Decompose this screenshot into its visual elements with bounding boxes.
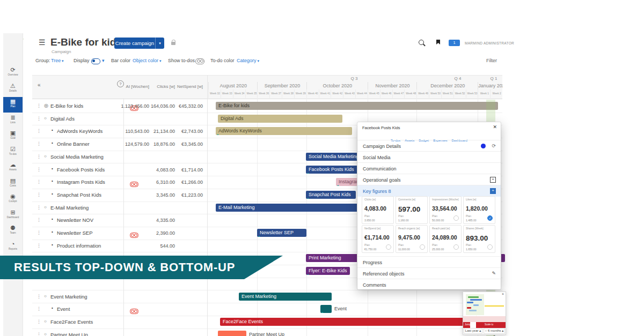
expand-plus-icon[interactable]: + xyxy=(490,188,496,194)
bar-color-select[interactable]: Object color xyxy=(133,58,162,63)
user-name[interactable]: MARMIND ADMINISTRATOR xyxy=(465,41,514,45)
status-check-icon[interactable]: ✓ xyxy=(487,215,493,221)
popup-section-comments[interactable]: Comments xyxy=(357,279,501,290)
notification-badge[interactable]: 1 xyxy=(449,40,460,46)
bar-resize-handle[interactable] xyxy=(306,274,310,275)
sidebar-item-todos[interactable]: ☑To-dos xyxy=(3,145,23,160)
row-drag-handle[interactable]: ⋮ xyxy=(36,103,41,108)
create-campaign-dropdown[interactable]: ▾ xyxy=(155,38,164,49)
sidebar-item-dashboard[interactable]: ⊞Dashboard xyxy=(3,208,23,223)
sidebar-item-cockpit[interactable]: ◉Cockpit xyxy=(3,192,23,207)
row-drag-handle[interactable]: ⋮ xyxy=(36,217,41,222)
row-drag-handle[interactable]: ⋮ xyxy=(36,167,41,172)
gantt-bar[interactable]: Flyer: E-Bike Kids xyxy=(306,267,350,275)
gantt-bar[interactable]: Snapchat Post Kids xyxy=(306,191,356,199)
expand-plus-icon[interactable]: + xyxy=(490,177,496,183)
sidebar-item-costs[interactable]: ▤Costs xyxy=(3,176,23,192)
gantt-bar[interactable]: Newsletter SEP xyxy=(257,229,306,237)
metric-card[interactable]: Clicks [w]4,083.00Plan3,650.00 xyxy=(362,196,394,224)
alert-indicator-icon[interactable] xyxy=(130,180,138,189)
sidebar-item-overview[interactable]: ⟳Overview xyxy=(3,65,23,81)
bar-resize-handle[interactable] xyxy=(306,173,310,174)
row-drag-handle[interactable]: ⋮ xyxy=(36,192,41,197)
filter-button[interactable]: Filter xyxy=(486,58,497,63)
show-todos-toggle[interactable] xyxy=(195,58,204,64)
gantt-bar-label: Event xyxy=(334,305,347,313)
alert-indicator-icon[interactable] xyxy=(130,230,138,240)
popup-section-communication[interactable]: Communication xyxy=(357,162,501,174)
row-drag-handle[interactable]: ⋮ xyxy=(36,205,41,210)
popup-section-referencedobjects[interactable]: Referenced objects✎ xyxy=(357,267,501,279)
row-drag-handle[interactable]: ⋮ xyxy=(36,319,41,324)
gantt-bar[interactable]: E-Bike for kids xyxy=(216,102,498,110)
row-drag-handle[interactable]: ⋮ xyxy=(36,179,41,184)
hamburger-menu-icon[interactable]: ☰ xyxy=(39,38,46,47)
column-header-0[interactable]: AI [Wochen] xyxy=(100,84,149,89)
minimap-close-icon[interactable]: × xyxy=(502,292,504,296)
search-icon[interactable] xyxy=(419,40,424,45)
row-drag-handle[interactable]: ⋮ xyxy=(36,332,41,336)
bar-resize-handle[interactable] xyxy=(336,185,340,186)
sidebar-item-assets[interactable]: ☁Assets xyxy=(3,160,23,176)
metric-card[interactable]: Impressionen [Woche]33,564.00Plan50,000.… xyxy=(429,196,462,224)
sidebar-item-reports[interactable]: ◔Reports xyxy=(3,240,23,255)
status-circle-icon[interactable] xyxy=(453,244,459,250)
gantt-bar[interactable]: Digital Ads xyxy=(218,115,342,123)
collapse-pane-icon[interactable]: « xyxy=(38,82,41,88)
gantt-bar[interactable]: Event Marketing xyxy=(239,293,332,301)
row-drag-handle[interactable]: ⋮ xyxy=(36,243,41,248)
sidebar-item-plan[interactable]: ▦Plan xyxy=(3,97,23,113)
metric-card[interactable]: Reach paid [w]24,089.00Plan25,000.00 xyxy=(429,225,462,253)
display-caret-icon[interactable]: ▾ xyxy=(102,58,105,63)
edit-pencil-icon[interactable]: ✎ xyxy=(492,271,496,276)
table-row[interactable]: ⋮•Event xyxy=(32,303,502,316)
metric-card[interactable]: Likes [w]1,820.00Plan1,485.00✓ xyxy=(463,196,495,224)
bar-resize-handle[interactable] xyxy=(321,312,324,313)
status-circle-icon[interactable] xyxy=(420,244,425,250)
row-drag-handle[interactable]: ⋮ xyxy=(36,141,41,146)
metric-card[interactable]: Shares [Week]893.00Plan1,650.00 xyxy=(463,225,495,253)
status-circle-icon[interactable] xyxy=(487,244,493,250)
row-drag-handle[interactable]: ⋮ xyxy=(36,154,41,159)
todo-color-select[interactable]: Category xyxy=(237,58,259,63)
row-drag-handle[interactable]: ⋮ xyxy=(36,128,41,133)
pane-divider[interactable] xyxy=(207,75,208,336)
popup-section-socialmedia[interactable]: Social Media xyxy=(357,151,501,163)
minimap-chart[interactable] xyxy=(466,294,484,315)
popup-close-icon[interactable]: ✕ xyxy=(493,124,497,130)
column-header-2[interactable]: NetSpend [w] xyxy=(176,84,203,89)
sidebar-item-details[interactable]: ⚠Details xyxy=(3,81,23,97)
popup-section-progress[interactable]: Progress xyxy=(357,256,501,268)
column-header-1[interactable]: Clicks [w] xyxy=(143,84,175,89)
status-circle-icon[interactable] xyxy=(453,215,459,221)
row-drag-handle[interactable]: ⋮ xyxy=(36,306,41,311)
row-drag-handle[interactable]: ⋮ xyxy=(36,116,41,121)
metric-card[interactable]: NetSpend [w]€1,714.00Plan€1,750.00 xyxy=(362,225,394,253)
row-drag-handle[interactable]: ⋮ xyxy=(36,230,41,235)
history-icon[interactable]: ⟳ xyxy=(492,143,496,148)
row-drag-handle[interactable]: ⋮ xyxy=(36,294,41,299)
jump-to-control[interactable]: Last year ▴ xyxy=(464,328,482,334)
create-campaign-button[interactable]: Create campaign xyxy=(114,38,155,49)
gantt-bar[interactable]: AdWords KeyWords xyxy=(216,127,352,135)
campaign-detail-popup: Facebook Posts Kids ✕ To-dosAssetsBudget… xyxy=(357,122,501,289)
status-circle-icon[interactable] xyxy=(386,244,391,250)
bookmark-icon[interactable] xyxy=(436,40,440,44)
group-select[interactable]: Tree xyxy=(51,58,64,63)
scale-to-control[interactable]: − 6 months ▴ + xyxy=(484,328,505,334)
metric-card[interactable]: Comments [w]597.00Plan1,160.00 xyxy=(396,196,428,224)
popup-section-campaigndetails[interactable]: Campaign Details⟳ xyxy=(357,140,501,152)
gantt-bar[interactable] xyxy=(218,331,246,336)
sidebar-item-label: Assets xyxy=(3,168,23,171)
sidebar-item-goal[interactable]: ▣Goal xyxy=(3,129,23,144)
sidebar-item-team[interactable]: ⚉Team xyxy=(3,223,23,239)
gantt-bar[interactable] xyxy=(320,305,332,313)
popup-section-key-figures[interactable]: Key figures 8+ xyxy=(357,185,501,197)
bar-resize-handle[interactable] xyxy=(306,198,310,199)
alert-indicator-icon[interactable] xyxy=(130,307,138,316)
bar-resize-handle[interactable] xyxy=(258,236,261,237)
metric-card[interactable]: Reach organic [w]9,475.00Plan11,000.00 xyxy=(396,225,428,253)
popup-section-operationalgoals[interactable]: Operational goals+ xyxy=(357,174,501,185)
display-toggle[interactable] xyxy=(91,58,100,64)
sidebar-item-lists[interactable]: ≣Lists xyxy=(3,113,23,129)
